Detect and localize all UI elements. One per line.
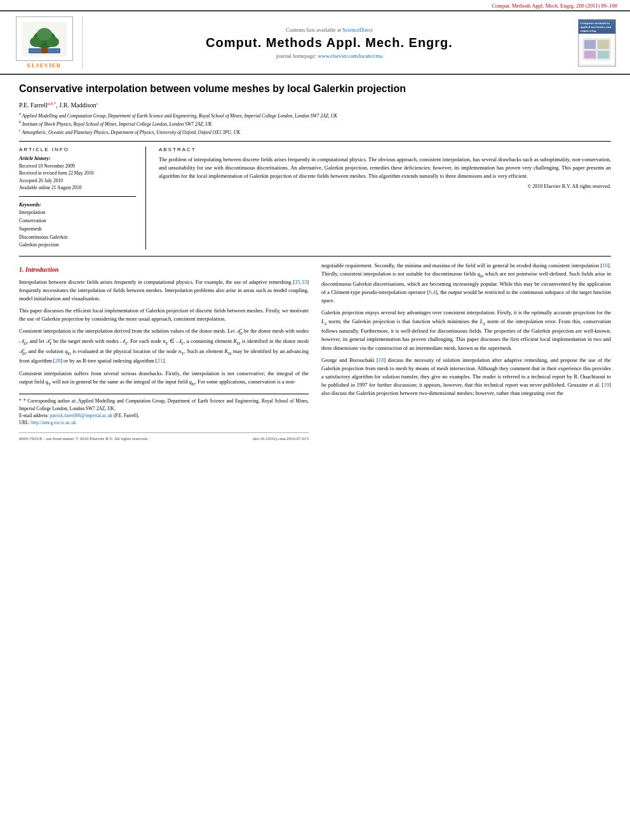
svg-rect-12 [598,40,609,49]
bottom-doi: doi:10.1016/j.cma.2010.07.015 [253,436,309,443]
author1-sup: a,b,* [48,101,57,106]
keywords-label: Keywords: [19,202,136,208]
homepage-prefix: journal homepage: [276,53,318,59]
author1-name: P.E. Farrell [19,102,48,109]
intro-para-1: Interpolation between discrete fields ar… [19,278,309,303]
journal-thumbnail: Computer methods in applied mechanics an… [576,17,617,69]
divider-before-body [19,256,611,257]
svg-rect-13 [584,51,596,58]
contents-prefix: Contents lists available at [286,27,342,33]
ref-18[interactable]: 18 [379,357,384,363]
article-area: Conservative interpolation between volum… [0,75,630,450]
footnotes: * * Corresponding author at: Applied Mod… [19,394,309,426]
abstract-copyright: © 2010 Elsevier B.V. All rights reserved… [159,183,611,189]
logo-box [16,17,73,61]
homepage-line: journal homepage: www.elsevier.com/locat… [276,53,383,59]
article-history: Article history: Received 10 November 20… [19,156,136,191]
sciencedirect-link[interactable]: ScienceDirect [342,27,373,33]
intro-para-4: Consistent interpolation suffers from se… [19,370,309,388]
right-para-1: negotiable requirement. Secondly, the mi… [321,262,611,305]
thumb-image: Computer methods in applied mechanics an… [578,19,616,67]
ref-28[interactable]: 28 [55,357,61,364]
body-section: 1. Introduction Interpolation between di… [19,262,611,443]
homepage-link[interactable]: www.elsevier.com/locate/cma [318,53,382,59]
keyword-5: Galerkin projection [19,241,136,250]
article-title: Conservative interpolation between volum… [19,83,611,96]
elsevier-tree-svg [22,22,67,57]
svg-rect-14 [598,51,609,58]
keyword-4: Discontinuous Galerkin [19,234,136,242]
footnote-email: E-mail address: patrick.farrell06@imperi… [19,412,309,419]
contents-line: Contents lists available at ScienceDirec… [286,27,373,33]
body-left-column: 1. Introduction Interpolation between di… [19,262,309,443]
header-section: ELSEVIER Contents lists available at Sci… [0,10,630,75]
divider-history-keywords [19,196,136,197]
intro-heading: 1. Introduction [19,265,309,275]
author2-name: , J.R. Maddison [56,102,96,109]
author2-sup: c [96,101,98,106]
keyword-2: Conservation [19,217,136,225]
ref-19[interactable]: 19 [604,382,610,388]
keyword-1: Interpolation [19,209,136,217]
ref-10[interactable]: 10 [603,262,608,269]
footnote-text: * Corresponding author at: Applied Model… [19,398,309,411]
bottom-bar: 0045-7825/$ – see front matter © 2010 El… [19,432,309,443]
url-label: URL: [19,420,31,425]
thumb-title: Computer methods in applied mechanics an… [580,22,613,33]
header-center: Contents lists available at ScienceDirec… [89,17,570,69]
email-link[interactable]: patrick.farrell06@imperial.ac.uk [50,413,112,418]
elsevier-logo: ELSEVIER [13,17,83,69]
abstract-text: The problem of interpolating between dis… [159,156,611,180]
history-online: Available online 21 August 2010 [19,184,136,191]
email-suffix: (P.E. Farrell). [112,413,139,418]
affiliations: a Applied Modelling and Computation Grou… [19,111,611,136]
intro-para-2: This paper discusses the efficient local… [19,307,309,323]
affiliation-c: c Atmospheric, Oceanic and Planetary Phy… [19,128,611,136]
right-para-2: Galerkin projection enjoys several key a… [321,309,611,352]
elsevier-brand: ELSEVIER [27,62,62,69]
history-label: Article history: [19,156,136,161]
footnote-corresponding: * * Corresponding author at: Applied Mod… [19,397,309,412]
article-info-label: ARTICLE INFO [19,147,136,152]
article-info-column: ARTICLE INFO Article history: Received 1… [19,147,146,250]
keyword-3: Supermesh [19,225,136,234]
keywords-section: Keywords: Interpolation Conservation Sup… [19,202,136,250]
svg-point-5 [37,28,52,41]
intro-para-3: Consistent interpolation is the interpol… [19,327,309,365]
footnote-url: URL: http://amcg.ese.ic.ac.uk [19,419,309,426]
right-para-3: George and Borouchaki [18] discuss the n… [321,356,611,398]
authors-line: P.E. Farrella,b,*, J.R. Maddisonc [19,101,611,109]
history-received: Received 10 November 2009 [19,163,136,170]
body-right-column: negotiable requirement. Secondly, the mi… [321,262,611,443]
journal-title: Comput. Methods Appl. Mech. Engrg. [206,36,453,50]
affiliation-a: a Applied Modelling and Computation Grou… [19,111,611,119]
divider-after-affiliations [19,141,611,142]
abstract-column: ABSTRACT The problem of interpolating be… [159,147,611,250]
ref-6[interactable]: 6,4 [429,289,436,295]
abstract-label: ABSTRACT [159,147,611,152]
info-abstract-section: ARTICLE INFO Article history: Received 1… [19,147,611,250]
journal-bar: Comput. Methods Appl. Mech. Engrg. 200 (… [0,0,630,10]
thumb-graphic [582,38,611,60]
bottom-rights: 0045-7825/$ – see front matter © 2010 El… [19,436,149,443]
history-revised: Received in revised form 22 May 2010 [19,170,136,177]
url-link[interactable]: http://amcg.ese.ic.ac.uk [31,420,76,425]
affiliation-b: b Institute of Shock Physics, Royal Scho… [19,119,611,128]
svg-rect-11 [584,40,596,49]
page: Comput. Methods Appl. Mech. Engrg. 200 (… [0,0,630,840]
ref-21[interactable]: 21 [158,357,163,364]
email-label: E-mail address: [19,413,50,418]
history-accepted: Accepted 26 July 2010 [19,177,136,184]
journal-ref: Comput. Methods Appl. Mech. Engrg. 200 (… [492,3,617,9]
ref-35[interactable]: 35,33 [295,279,307,285]
footnote-star: * [19,398,23,404]
